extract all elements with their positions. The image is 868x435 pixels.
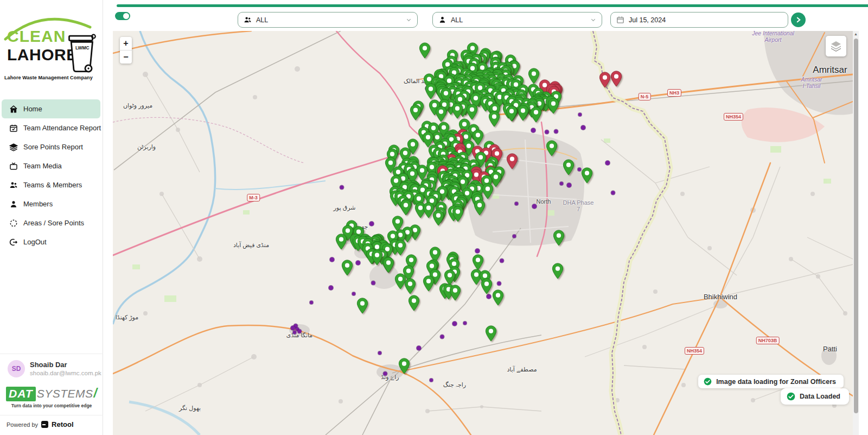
sidebar: CLEAN LAHORE LWMC Lahore Waste Managemen… xyxy=(0,0,103,435)
map-pin-green[interactable] xyxy=(341,260,353,276)
map-pin-red[interactable] xyxy=(506,153,518,169)
sidebar-item-label: Areas / Sore Points xyxy=(23,219,84,227)
tv-icon xyxy=(9,162,18,171)
sidebar-item-label: Team Attendance Report xyxy=(23,124,101,132)
sidebar-item-members[interactable]: Members xyxy=(0,194,103,213)
logo-subtitle: Lahore Waste Management Company xyxy=(4,75,101,80)
logo-text-clean: CLEAN xyxy=(7,27,66,46)
users-icon xyxy=(9,181,18,190)
zoom-in-button[interactable]: + xyxy=(120,37,132,51)
map-pin-green[interactable] xyxy=(382,257,394,273)
layers-button[interactable] xyxy=(826,36,846,56)
retool-logo-icon xyxy=(41,421,48,428)
map-pin-green[interactable] xyxy=(452,206,464,222)
sidebar-item-teams-members[interactable]: Teams & Members xyxy=(0,175,103,194)
toast-notification: Image data loading for Zonal Officers xyxy=(698,375,844,388)
scrollbar-up-arrow[interactable]: ▲ xyxy=(853,32,859,36)
map-pin-green[interactable] xyxy=(400,199,412,216)
zoom-out-button[interactable]: − xyxy=(120,51,132,64)
app-logo: CLEAN LAHORE LWMC Lahore Waste Managemen… xyxy=(0,4,103,86)
trash-bin-icon: LWMC xyxy=(65,30,97,75)
date-value: Jul 15, 2024 xyxy=(629,16,666,24)
layers-icon xyxy=(9,143,18,152)
map-pin-green[interactable] xyxy=(398,358,410,374)
map[interactable]: Jee InternationalAirportAmritsarAmritsar… xyxy=(113,31,853,435)
filter-value: ALL xyxy=(256,16,268,24)
zone-filter-dropdown[interactable]: ALL xyxy=(238,12,418,28)
map-pin-green[interactable] xyxy=(356,298,368,314)
person-icon xyxy=(438,16,446,24)
sidebar-item-areas-sore-points[interactable]: Areas / Sore Points xyxy=(0,213,103,232)
people-icon xyxy=(244,16,252,24)
map-pin-green[interactable] xyxy=(423,275,435,292)
toggle-knob xyxy=(123,13,129,19)
chevron-down-icon xyxy=(406,17,412,23)
map-pin-green[interactable] xyxy=(404,278,416,294)
map-pin-green[interactable] xyxy=(528,68,540,84)
map-pin-green[interactable] xyxy=(451,103,463,119)
calendar-icon xyxy=(616,16,624,24)
powered-by-text: Powered by xyxy=(7,421,38,428)
map-toggle-switch[interactable] xyxy=(115,12,130,20)
map-pin-green[interactable] xyxy=(530,106,542,123)
vendor-logo-dat: DAT xyxy=(6,387,36,401)
top-progress-bar xyxy=(117,4,868,7)
logout-icon xyxy=(9,238,18,247)
map-pin-green[interactable] xyxy=(547,98,559,114)
map-pin-green[interactable] xyxy=(335,234,347,250)
map-pin-green[interactable] xyxy=(481,278,493,294)
map-pin-green[interactable] xyxy=(432,210,444,226)
map-pin-green[interactable] xyxy=(408,295,420,311)
toast-text: Image data loading for Zonal Officers xyxy=(716,378,836,386)
sidebar-item-label: Members xyxy=(23,200,53,208)
svg-text:LWMC: LWMC xyxy=(75,45,90,51)
layers-icon xyxy=(829,40,843,53)
sidebar-item-label: Home xyxy=(23,105,42,113)
map-pin-green[interactable] xyxy=(546,140,558,156)
map-pin-green[interactable] xyxy=(488,111,500,127)
user-name: Shoaib Dar xyxy=(30,361,101,369)
sidebar-item-label: Team Media xyxy=(23,162,62,170)
avatar: SD xyxy=(8,360,25,377)
map-pin-green[interactable] xyxy=(394,239,406,256)
officer-filter-dropdown[interactable]: ALL xyxy=(432,12,602,28)
check-circle-icon xyxy=(787,392,795,401)
vendor-logo-systems: SYSTEMS xyxy=(37,387,93,400)
map-pin-green[interactable] xyxy=(492,289,504,306)
sidebar-item-home[interactable]: Home xyxy=(2,99,100,118)
submit-arrow-button[interactable] xyxy=(791,12,806,27)
map-pin-red[interactable] xyxy=(610,71,622,87)
scrollbar-thumb[interactable] xyxy=(854,39,858,413)
date-picker-field[interactable]: Jul 15, 2024 xyxy=(610,12,788,28)
sidebar-item-label: Teams & Members xyxy=(23,181,82,189)
user-icon xyxy=(9,200,18,209)
map-pin-green[interactable] xyxy=(485,325,497,342)
map-pin-green[interactable] xyxy=(466,104,478,120)
map-pin-green[interactable] xyxy=(371,249,383,266)
map-pin-green[interactable] xyxy=(419,42,431,59)
map-pin-green[interactable] xyxy=(553,230,565,246)
sidebar-item-sore-points-report[interactable]: Sore Points Report xyxy=(0,137,103,156)
map-pin-green[interactable] xyxy=(474,199,486,216)
map-pin-green[interactable] xyxy=(472,254,484,270)
map-pin-green[interactable] xyxy=(581,167,593,184)
filter-value: ALL xyxy=(451,16,463,24)
map-pin-green[interactable] xyxy=(410,104,422,121)
map-pin-red[interactable] xyxy=(599,72,611,88)
map-zoom-control: + − xyxy=(120,37,132,64)
map-pin-green[interactable] xyxy=(435,106,447,122)
map-pin-green[interactable] xyxy=(449,285,461,301)
sidebar-item-team-media[interactable]: Team Media xyxy=(0,156,103,175)
dashed-circle-icon xyxy=(9,219,18,228)
retool-brand[interactable]: Retool xyxy=(52,420,73,428)
check-circle-icon xyxy=(704,377,712,386)
vendor-logo: DATSYSTEMS/ Turn data into your competit… xyxy=(0,381,103,415)
map-pin-green[interactable] xyxy=(552,263,564,279)
sidebar-item-label: Sore Points Report xyxy=(23,143,83,151)
sidebar-item-logout[interactable]: LogOut xyxy=(0,232,103,251)
sidebar-item-team-attendance-report[interactable]: Team Attendance Report xyxy=(0,118,103,137)
map-pin-green[interactable] xyxy=(563,159,575,175)
map-pin-green[interactable] xyxy=(517,105,529,121)
vendor-logo-slash: / xyxy=(94,386,97,401)
map-pin-green[interactable] xyxy=(506,105,518,122)
